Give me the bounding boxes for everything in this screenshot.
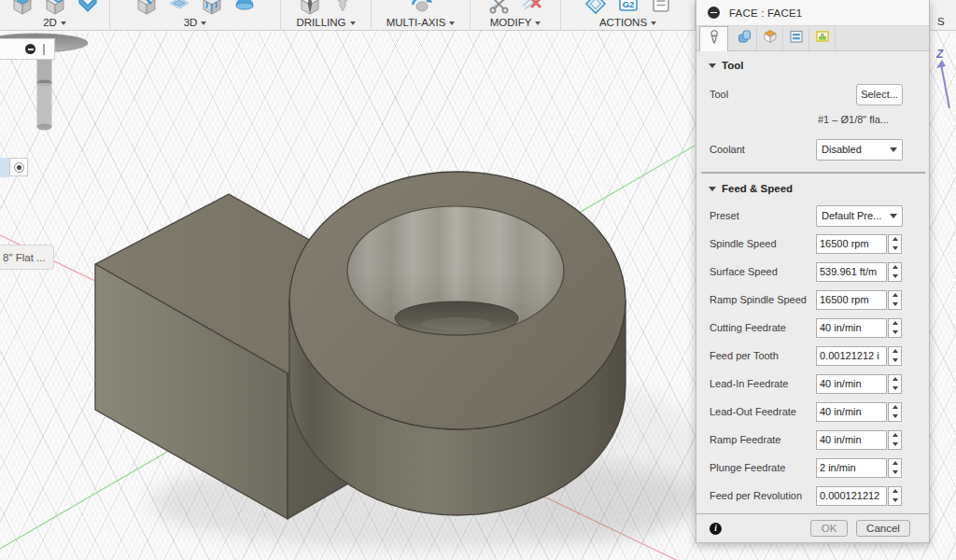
plunge-feedrate-stepper[interactable] [888, 458, 902, 478]
pocket-2d-icon[interactable] [10, 0, 35, 16]
feed-per-tooth-input[interactable]: 0.00121212 i [816, 346, 887, 366]
stepper-down-icon[interactable] [889, 384, 901, 393]
stepper-down-icon[interactable] [889, 300, 901, 309]
plunge-feedrate-input[interactable]: 2 in/min [816, 458, 887, 478]
feed-per-revolution-stepper[interactable] [888, 486, 902, 506]
toolbar-group-label[interactable]: 2D [0, 17, 109, 28]
toolbar-group-drilling: DRILLING [281, 0, 372, 31]
setup-sheet-icon[interactable] [649, 0, 673, 16]
stepper-down-icon[interactable] [889, 272, 901, 281]
preset-dropdown[interactable]: Default Pre... [816, 205, 903, 227]
lead-out-feedrate-label: Lead-Out Feedrate [710, 406, 816, 417]
cancel-button[interactable]: Cancel [856, 520, 910, 537]
toolbar-group-actions: G2ACTIONS [561, 0, 696, 31]
tool-section-header[interactable]: Tool [696, 58, 929, 73]
simulate-icon[interactable] [583, 0, 608, 16]
adaptive-3d-icon[interactable] [134, 0, 159, 16]
stepper-up-icon[interactable] [889, 487, 901, 497]
tool-select-button[interactable]: Select... [856, 84, 903, 105]
tool-tooltip-text: 8" Flat ... [3, 252, 46, 263]
stepper-down-icon[interactable] [889, 244, 901, 253]
info-icon[interactable]: i [710, 523, 722, 535]
spiral-3d-icon[interactable] [232, 0, 257, 16]
cutting-feedrate-label: Cutting Feedrate [710, 322, 816, 333]
toolbar-group-label[interactable]: ACTIONS [561, 17, 695, 28]
stepper-up-icon[interactable] [889, 403, 901, 413]
post-process-icon[interactable]: G2 [616, 0, 640, 16]
stepper-down-icon[interactable] [889, 440, 901, 449]
stepper-down-icon[interactable] [889, 328, 901, 337]
stepper-down-icon[interactable] [889, 356, 901, 365]
lead-out-feedrate-input[interactable]: 40 in/min [816, 402, 887, 422]
spindle-speed-stepper[interactable] [888, 234, 902, 254]
drill-icon[interactable] [298, 0, 322, 16]
feed-per-tooth-stepper[interactable] [888, 346, 902, 366]
feed-per-tooth-row: Feed per Tooth 0.00121212 i [696, 342, 929, 370]
lead-in-feedrate-input[interactable]: 40 in/min [816, 374, 887, 394]
stepper-down-icon[interactable] [889, 412, 901, 421]
drag-grip-icon[interactable] [43, 44, 45, 55]
ramp-spindle-speed-input[interactable]: 16500 rpm [816, 290, 887, 310]
stepper-up-icon[interactable] [889, 459, 901, 469]
minimize-dot-icon[interactable] [25, 44, 35, 54]
feed-per-revolution-label: Feed per Revolution [710, 490, 816, 501]
cutting-feedrate-stepper[interactable] [888, 318, 902, 338]
surface-speed-input[interactable]: 539.961 ft/m [816, 262, 887, 282]
stepper-up-icon[interactable] [889, 431, 901, 441]
feed-per-revolution-input[interactable]: 0.000121212 [816, 486, 887, 506]
bore-icon[interactable] [330, 0, 355, 16]
stepper-up-icon[interactable] [889, 375, 901, 385]
delete-toolpath-icon[interactable] [520, 0, 544, 16]
tab-tool[interactable] [699, 26, 728, 51]
stepper-down-icon[interactable] [889, 496, 901, 505]
surface-speed-stepper[interactable] [888, 262, 902, 282]
plunge-feedrate-row: Plunge Feedrate 2 in/min [696, 454, 929, 482]
trim-toolpath-icon[interactable] [487, 0, 512, 16]
coolant-dropdown[interactable]: Disabled [816, 139, 903, 161]
chevron-down-icon [890, 147, 897, 152]
toolbar-group-label[interactable]: MULTI-AXIS [372, 17, 470, 28]
stepper-up-icon[interactable] [889, 263, 901, 273]
pocket-3d-icon[interactable] [167, 0, 191, 16]
section-divider [701, 172, 925, 174]
chevron-down-icon [535, 21, 541, 25]
tool-label: Tool [710, 89, 856, 100]
tab-linking[interactable] [809, 26, 836, 50]
stepper-up-icon[interactable] [889, 347, 901, 357]
collapsed-dialog-strip[interactable] [0, 38, 55, 60]
stepper-up-icon[interactable] [889, 319, 901, 329]
contour-3d-icon[interactable] [200, 0, 224, 16]
cutting-feedrate-row: Cutting Feedrate 40 in/min [696, 314, 929, 342]
feed-speed-section-header[interactable]: Feed & Speed [696, 181, 929, 196]
radio-icon [14, 162, 24, 173]
dialog-minimize-icon[interactable] [708, 7, 720, 19]
toolbar-group-label[interactable]: MODIFY [471, 17, 560, 28]
toolbar-group-modify: MODIFY [471, 0, 561, 31]
tab-geometry[interactable] [731, 26, 757, 50]
dialog-header[interactable]: FACE : FACE1 [696, 0, 929, 26]
chevron-down-icon [201, 21, 206, 25]
radio-box[interactable] [9, 158, 28, 176]
stepper-down-icon[interactable] [889, 468, 901, 477]
lead-out-feedrate-stepper[interactable] [888, 402, 902, 422]
lead-in-feedrate-stepper[interactable] [888, 374, 902, 394]
toolbar-group-label[interactable]: 3D [110, 17, 280, 28]
ok-button[interactable]: OK [810, 520, 848, 537]
ramp-spindle-speed-stepper[interactable] [888, 290, 902, 310]
spindle-speed-input[interactable]: 16500 rpm [816, 234, 887, 254]
adaptive-2d-icon[interactable] [76, 0, 100, 16]
ramp-feedrate-stepper[interactable] [888, 430, 902, 450]
tab-heights[interactable] [757, 26, 783, 50]
operation-marker[interactable] [0, 158, 28, 177]
model-cylinder [289, 172, 626, 515]
toolbar-group-label[interactable]: DRILLING [281, 17, 371, 28]
stepper-up-icon[interactable] [889, 291, 901, 301]
ramp-feedrate-input[interactable]: 40 in/min [816, 430, 887, 450]
multi-axis-icon[interactable] [409, 0, 433, 16]
tab-passes[interactable] [783, 26, 809, 50]
stepper-up-icon[interactable] [889, 235, 901, 245]
z-axis-indicator: Z [934, 45, 956, 118]
chevron-down-icon [890, 214, 897, 218]
cutting-feedrate-input[interactable]: 40 in/min [816, 318, 887, 338]
contour-2d-icon[interactable] [43, 0, 67, 16]
